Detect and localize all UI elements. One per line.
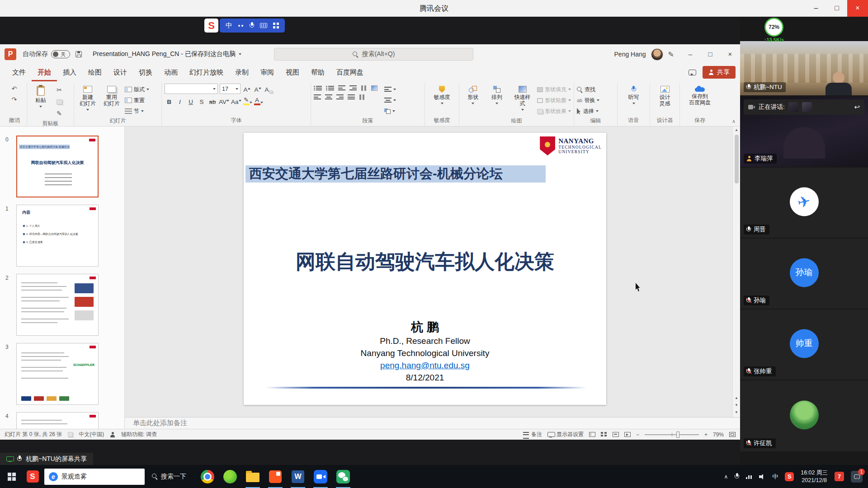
tab-slideshow[interactable]: 幻灯片放映 xyxy=(184,64,229,81)
notification-center-icon[interactable]: 1 xyxy=(851,471,863,483)
bullets-icon[interactable] xyxy=(314,86,322,91)
search-input[interactable]: 搜索(Alt+Q) xyxy=(274,48,473,61)
slide-header-textbox[interactable]: 西安交通大学第七届丝路研讨会-机械分论坛 xyxy=(245,165,546,183)
collapse-ribbon-icon[interactable]: ∧ xyxy=(732,118,736,124)
tab-help[interactable]: 帮助 xyxy=(305,64,330,81)
line-spacing-icon[interactable] xyxy=(361,85,367,91)
zoom-slider-thumb[interactable] xyxy=(676,432,679,438)
undo-button[interactable]: ↶ xyxy=(9,84,20,94)
paste-button[interactable]: 粘贴 xyxy=(30,84,52,108)
tab-design[interactable]: 设计 xyxy=(108,64,133,81)
autosave-toggle[interactable]: 关 xyxy=(51,50,70,58)
taskbar-sogou-icon[interactable]: S xyxy=(24,465,42,488)
tray-volume-icon[interactable] xyxy=(759,474,765,479)
quick-styles-button[interactable]: 快速样式 xyxy=(510,84,535,112)
taskbar-clock[interactable]: 16:02 周三 2021/12/8 xyxy=(801,469,828,484)
shapes-button[interactable]: 形状 xyxy=(462,84,484,105)
align-left-icon[interactable] xyxy=(314,94,321,100)
tab-animations[interactable]: 动画 xyxy=(158,64,184,81)
language-indicator[interactable]: 中文(中国) xyxy=(79,431,104,438)
slide-thumbnail-4[interactable] xyxy=(16,412,99,429)
tray-badge-7[interactable]: 7 xyxy=(835,472,844,481)
font-color-button[interactable]: A xyxy=(254,96,263,106)
reuse-slides-button[interactable]: 重用 幻灯片 xyxy=(101,84,123,108)
taskbar-wechat-icon[interactable] xyxy=(332,465,354,488)
font-name-combo[interactable] xyxy=(165,84,218,94)
reply-arrow-icon[interactable]: ↩ xyxy=(854,103,860,111)
sensitivity-button[interactable]: 敏感度 xyxy=(431,84,453,105)
notes-pane[interactable]: 单击此处添加备注 xyxy=(125,417,740,429)
slide[interactable]: NANYANG TECHNOLOGICAL UNIVERSITY 西安交通大学第… xyxy=(244,133,606,405)
accessibility-status[interactable]: 辅助功能: 调查 xyxy=(121,431,157,438)
window-close-button[interactable]: × xyxy=(847,0,868,17)
slide-title-textbox[interactable]: 网联自动驾驶汽车拟人化决策 xyxy=(244,249,606,275)
reading-view-button[interactable] xyxy=(613,432,619,437)
taskbar-pdf-icon[interactable] xyxy=(264,465,287,488)
scrollbar-thumb[interactable] xyxy=(735,135,739,183)
strikethrough-button[interactable]: ab xyxy=(208,96,217,106)
text-direction-button[interactable] xyxy=(384,85,396,94)
tab-transitions[interactable]: 切换 xyxy=(133,64,158,81)
slide-affiliation[interactable]: Nanyang Technological University xyxy=(244,348,606,358)
zoom-in-button[interactable]: + xyxy=(704,432,708,438)
replace-button[interactable]: ab替换 xyxy=(577,96,599,105)
slide-date[interactable]: 8/12/2021 xyxy=(244,373,606,383)
next-slide-icon[interactable]: ▼ xyxy=(733,402,740,409)
normal-view-button[interactable] xyxy=(589,432,595,437)
new-slide-button[interactable]: 新建 幻灯片 xyxy=(77,84,99,112)
slide-thumbnail-0[interactable]: 西安交通大学第七届丝路研讨会-机械分论坛 网联自动驾驶汽车拟人化决策 xyxy=(16,136,99,197)
redo-button[interactable]: ↷ xyxy=(9,94,20,104)
tray-network-icon[interactable] xyxy=(746,474,752,479)
display-settings-button[interactable]: 显示器设置 xyxy=(547,431,584,438)
taskbar-meeting-icon[interactable] xyxy=(309,465,332,488)
notes-button[interactable]: 备注 xyxy=(523,431,542,438)
participant-tile-xuzhengkai[interactable]: 许征凯 xyxy=(740,380,868,451)
zoom-level[interactable]: 79% xyxy=(713,432,724,438)
taskbar-search-box[interactable]: e 景观造雾 xyxy=(44,469,145,485)
scroll-up-icon[interactable]: ▲ xyxy=(733,127,740,134)
spellcheck-icon[interactable] xyxy=(68,432,73,437)
window-minimize-button[interactable]: – xyxy=(806,0,826,17)
tab-view[interactable]: 视图 xyxy=(280,64,305,81)
tab-review[interactable]: 审阅 xyxy=(255,64,280,81)
presenter-video[interactable]: 杭鹏~NTU xyxy=(740,41,868,95)
taskbar-explorer-icon[interactable] xyxy=(241,465,264,488)
avatar[interactable] xyxy=(651,48,663,61)
start-button[interactable] xyxy=(0,465,24,488)
ppt-close-button[interactable]: × xyxy=(720,44,740,64)
shape-fill-button[interactable]: 形状填充 xyxy=(537,85,571,94)
save-icon[interactable] xyxy=(75,51,82,57)
font-size-combo[interactable]: 17 xyxy=(220,84,241,94)
shape-outline-button[interactable]: 形状轮廓 xyxy=(537,96,571,105)
slide-email-link[interactable]: peng.hang@ntu.edu.sg xyxy=(244,361,606,371)
tray-sogou-icon[interactable]: S xyxy=(785,472,794,481)
format-painter-button[interactable]: ✎ xyxy=(54,108,65,118)
share-button[interactable]: 共享 xyxy=(703,66,736,79)
tray-expand-icon[interactable]: ∧ xyxy=(724,474,728,480)
slide-author[interactable]: 杭 鹏 xyxy=(244,319,606,335)
tray-language-indicator[interactable]: 中 xyxy=(772,473,778,481)
ppt-minimize-button[interactable]: – xyxy=(680,44,700,64)
dictate-button[interactable]: 听写 xyxy=(623,84,645,105)
justify-icon[interactable] xyxy=(348,94,355,100)
account-area[interactable]: Peng Hang ✎ xyxy=(614,44,674,64)
zoom-out-button[interactable]: − xyxy=(636,432,639,438)
align-right-icon[interactable] xyxy=(336,94,344,100)
character-spacing-button[interactable]: AV xyxy=(219,96,229,106)
reset-button[interactable]: 重置 xyxy=(125,96,149,105)
ime-voice-icon[interactable] xyxy=(250,22,254,29)
ime-keyboard-icon[interactable] xyxy=(260,23,267,28)
smartart-button[interactable] xyxy=(384,107,396,116)
sogou-logo-icon[interactable]: S xyxy=(204,19,218,33)
zoom-slider[interactable] xyxy=(645,434,699,435)
ime-language-mode[interactable]: 中 xyxy=(226,21,232,30)
taskbar-chrome-icon[interactable] xyxy=(196,465,219,488)
fit-slide-to-window-button[interactable] xyxy=(729,432,736,437)
cut-button[interactable]: ✂ xyxy=(54,85,65,95)
align-text-button[interactable] xyxy=(384,96,396,105)
tab-insert[interactable]: 插入 xyxy=(57,64,82,81)
slide-thumbnail-3[interactable]: SCHAEFFLER xyxy=(16,343,99,405)
change-case-button[interactable]: Aa xyxy=(231,96,241,106)
save-to-baidu-button[interactable]: 保存到 百度网盘 xyxy=(687,84,712,107)
slide-sorter-view-button[interactable] xyxy=(601,432,607,437)
